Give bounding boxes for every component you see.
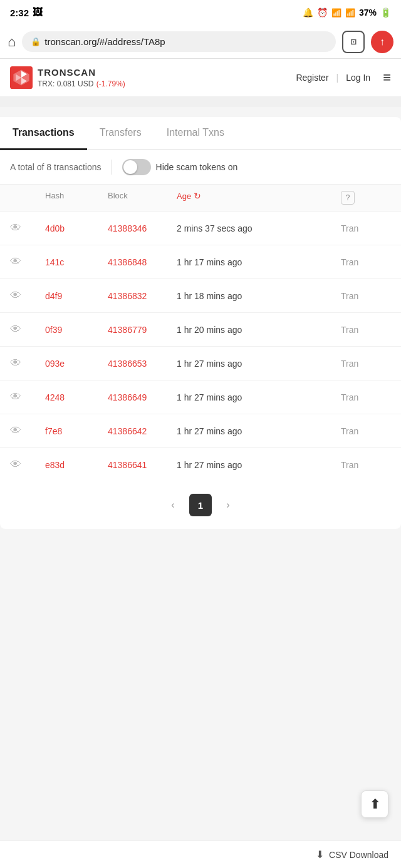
scam-toggle-area: Hide scam tokens on [122,159,238,175]
block-link[interactable]: 41386642 [108,426,177,436]
type-text: Tran [341,291,391,301]
th-age[interactable]: Age ↻ [177,191,341,205]
eye-icon: 👁 [10,323,21,335]
eye-icon: 👁 [10,391,21,403]
tab-transactions[interactable]: Transactions [0,117,87,150]
register-link[interactable]: Register [296,73,328,83]
row-eye[interactable]: 👁 [10,323,45,336]
table-row: 👁 e83d 41386641 1 hr 27 mins ago Tran [0,448,401,481]
home-icon[interactable]: ⌂ [8,34,16,50]
transaction-count: A total of 8 transactions [10,162,102,172]
battery-icon: 🔋 [380,8,391,18]
help-label: ? [346,193,350,202]
table-row: 👁 141c 41386848 1 hr 17 mins ago Tran [0,245,401,279]
hash-link[interactable]: 093e [45,359,108,369]
age-header-container: Age ↻ [177,191,341,201]
share-button[interactable]: ↑ [371,31,393,53]
age-text: 1 hr 27 mins ago [177,392,341,402]
block-link[interactable]: 41386848 [108,257,177,267]
hamburger-icon[interactable]: ≡ [383,69,391,86]
hash-link[interactable]: 0f39 [45,325,108,335]
table-row: 👁 093e 41386653 1 hr 27 mins ago Tran [0,347,401,380]
status-bar: 2:32 🖼 🔔 ⏰ 📶 📶 37% 🔋 [0,0,401,25]
table-row: 👁 4d0b 41388346 2 mins 37 secs ago Tran [0,212,401,245]
th-hash: Hash [45,191,108,205]
eye-icon: 👁 [10,255,21,268]
type-text: Tran [341,392,391,402]
scroll-to-top-button[interactable]: ⬆ [361,790,388,818]
csv-download-label[interactable]: CSV Download [329,850,388,860]
tabs-bar: Transactions Transfers Internal Txns [0,117,401,150]
scam-toggle[interactable] [122,159,151,175]
block-link[interactable]: 41386653 [108,359,177,369]
block-link[interactable]: 41388346 [108,223,177,233]
header-nav: Register | Log In ≡ [296,69,391,86]
table-row: 👁 4248 41386649 1 hr 27 mins ago Tran [0,380,401,414]
scroll-top-icon: ⬆ [370,797,380,812]
age-text: 1 hr 27 mins ago [177,426,341,436]
type-text: Tran [341,359,391,369]
table-row: 👁 d4f9 41386832 1 hr 18 mins ago Tran [0,279,401,313]
age-text: 1 hr 27 mins ago [177,359,341,369]
age-text: 1 hr 18 mins ago [177,291,341,301]
url-text: tronscan.org/#/address/TA8p [44,36,165,47]
hash-link[interactable]: 4248 [45,392,108,402]
row-eye[interactable]: 👁 [10,357,45,370]
site-header: TRONSCAN TRX: 0.081 USD (-1.79%) Registe… [0,59,401,97]
page-number: 1 [198,500,203,511]
age-text: 2 mins 37 secs ago [177,223,341,233]
alarm-icon: 🔔 [303,8,313,18]
type-text: Tran [341,223,391,233]
next-arrow-icon: › [226,499,229,511]
type-text: Tran [341,426,391,436]
eye-icon: 👁 [10,222,21,234]
camera-icon: 🖼 [33,7,43,18]
row-eye[interactable]: 👁 [10,424,45,437]
time-display: 2:32 [10,8,29,18]
age-text: 1 hr 27 mins ago [177,460,341,470]
tab-transfers[interactable]: Transfers [87,117,154,150]
wifi-icon: 📶 [331,8,341,18]
refresh-icon: ↻ [194,191,201,201]
filter-bar: A total of 8 transactions Hide scam toke… [0,150,401,185]
hash-link[interactable]: e83d [45,460,108,470]
trx-change: (-1.79%) [96,79,125,88]
age-text: 1 hr 17 mins ago [177,257,341,267]
tab-switcher-button[interactable]: ⊡ [342,31,365,53]
type-text: Tran [341,257,391,267]
hash-link[interactable]: 4d0b [45,223,108,233]
hash-link[interactable]: 141c [45,257,108,267]
tab-icon: ⊡ [350,38,357,46]
row-eye[interactable]: 👁 [10,289,45,302]
row-eye[interactable]: 👁 [10,458,45,471]
hash-link[interactable]: f7e8 [45,426,108,436]
prev-page-button[interactable]: ‹ [162,494,184,516]
filter-divider [112,160,112,175]
table-row: 👁 0f39 41386779 1 hr 20 mins ago Tran [0,313,401,347]
table-header: Hash Block Age ↻ ? [0,185,401,212]
toggle-knob [123,160,137,174]
block-link[interactable]: 41386832 [108,291,177,301]
csv-download-bar: ⬇ CSV Download [0,840,401,868]
row-eye[interactable]: 👁 [10,222,45,235]
transactions-table: 👁 4d0b 41388346 2 mins 37 secs ago Tran … [0,212,401,481]
clock-icon: ⏰ [317,8,328,18]
block-link[interactable]: 41386641 [108,460,177,470]
tronscan-logo [10,66,33,89]
block-link[interactable]: 41386649 [108,392,177,402]
prev-arrow-icon: ‹ [171,499,174,511]
next-page-button[interactable]: › [217,494,239,516]
page-1-button[interactable]: 1 [189,494,212,516]
login-link[interactable]: Log In [346,73,370,83]
tab-transfers-label: Transfers [100,127,142,138]
age-text: 1 hr 20 mins ago [177,325,341,335]
hash-link[interactable]: d4f9 [45,291,108,301]
type-text: Tran [341,325,391,335]
row-eye[interactable]: 👁 [10,391,45,404]
tab-internal-txns[interactable]: Internal Txns [154,117,237,150]
table-row: 👁 f7e8 41386642 1 hr 27 mins ago Tran [0,414,401,448]
url-bar[interactable]: 🔒 tronscan.org/#/address/TA8p [22,31,336,52]
block-link[interactable]: 41386779 [108,325,177,335]
row-eye[interactable]: 👁 [10,255,45,268]
help-badge[interactable]: ? [341,191,355,205]
